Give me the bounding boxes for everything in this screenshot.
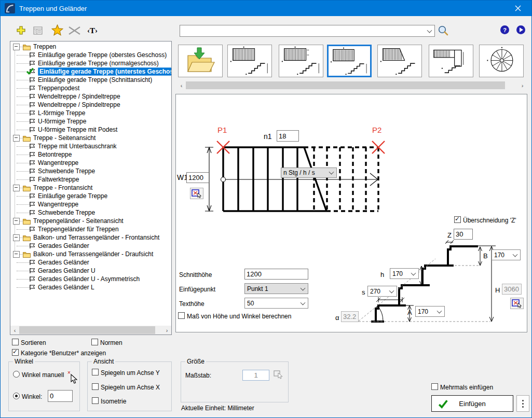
n1-input[interactable] bbox=[277, 130, 299, 142]
kategorie-checkbox[interactable] bbox=[12, 349, 19, 356]
mass-berechnen-label: Maß von Höhe und Winkel berechnen bbox=[187, 313, 291, 320]
scrollbar-thumb[interactable] bbox=[19, 326, 155, 334]
mehrmals-checkbox[interactable] bbox=[431, 383, 438, 390]
delete-button[interactable] bbox=[68, 26, 81, 35]
thumbnail-open-folder[interactable] bbox=[178, 45, 223, 77]
tree-folder[interactable]: Treppe - Seitenansicht bbox=[11, 134, 171, 142]
tree-item[interactable]: Einläufige gerade Treppe (normalgeschoss… bbox=[11, 59, 171, 67]
tree-item[interactable]: Betontreppe bbox=[11, 150, 171, 159]
tree-item[interactable]: Gerades Geländer U bbox=[11, 267, 171, 275]
add-icon bbox=[16, 25, 26, 35]
spiegeln-x-label: Spiegeln um Achse X bbox=[101, 384, 160, 391]
step-mode-dropdown[interactable]: n Stg / h / s bbox=[281, 168, 337, 178]
thumbnail-spiral-stair[interactable] bbox=[479, 45, 524, 77]
collapse-icon[interactable] bbox=[13, 135, 20, 142]
w1-pick-button[interactable] bbox=[190, 188, 203, 199]
scroll-right-icon[interactable]: › bbox=[162, 327, 171, 333]
einfuegen-label: Einfügen bbox=[459, 400, 485, 408]
tree-folder[interactable]: Treppengeländer - Seitenansicht bbox=[11, 217, 171, 225]
ueberschneidung-checkbox[interactable] bbox=[454, 216, 461, 223]
tree-folder[interactable]: Balkon- und Terrassengeländer - Frontans… bbox=[11, 233, 171, 242]
tree-item[interactable]: L-förmige Treppe bbox=[11, 109, 171, 117]
collapse-icon[interactable] bbox=[13, 185, 20, 191]
more-options-button[interactable] bbox=[516, 395, 529, 412]
tree-item[interactable]: Treppe mit Unterbauschrank bbox=[11, 142, 171, 150]
scroll-left-icon[interactable]: ‹ bbox=[177, 82, 186, 89]
next-button[interactable] bbox=[516, 25, 525, 34]
tree-folder[interactable]: Treppen bbox=[11, 43, 171, 51]
tree-item[interactable]: Gerades Geländer L bbox=[11, 283, 171, 291]
tree-item[interactable]: Schwebende Treppe bbox=[11, 167, 171, 175]
h-combobox[interactable]: 170 bbox=[390, 268, 419, 279]
help-button[interactable]: ? bbox=[500, 25, 509, 34]
height-input bbox=[502, 284, 522, 295]
collapse-icon[interactable] bbox=[13, 234, 20, 241]
collapse-icon[interactable] bbox=[13, 44, 20, 50]
tree-item[interactable]: Wangentreppe bbox=[11, 200, 171, 208]
gallery-scrollbar[interactable]: ‹ › bbox=[177, 81, 527, 90]
form-button[interactable] bbox=[33, 26, 43, 35]
tree-item[interactable]: Einläufige gerade Treppe bbox=[11, 192, 171, 200]
thumbnail-straight-stair-bottom-floor-selected[interactable] bbox=[327, 45, 372, 77]
texthoehe-combobox[interactable]: 50 bbox=[244, 298, 308, 309]
thumbnail-straight-stair-normal-floor[interactable] bbox=[279, 45, 323, 77]
spiegeln-x-checkbox[interactable] bbox=[92, 383, 99, 390]
close-icon bbox=[515, 5, 521, 11]
collapse-icon[interactable] bbox=[13, 251, 20, 258]
texthoehe-label: Texthöhe bbox=[179, 300, 204, 308]
winkel-radio[interactable] bbox=[13, 393, 20, 399]
tree-item[interactable]: U-förmige Treppe bbox=[11, 117, 171, 126]
collapse-icon[interactable] bbox=[13, 218, 20, 225]
thumbnail-l-shaped-stair[interactable] bbox=[429, 45, 473, 77]
tree-folder[interactable]: Balkon- und Terrassengeländer - Draufsic… bbox=[11, 250, 171, 258]
tree-item[interactable]: Gerades Geländer bbox=[11, 242, 171, 250]
tree-horizontal-scrollbar[interactable]: ‹ › bbox=[10, 326, 171, 335]
tree-item[interactable]: Treppenpodest bbox=[11, 84, 171, 92]
thumbnail-straight-stair-section[interactable] bbox=[377, 45, 422, 77]
titlebar[interactable]: Treppen und Geländer bbox=[1, 1, 531, 16]
sortieren-checkbox[interactable] bbox=[12, 339, 19, 345]
tree-item-selected[interactable]: Einläufige gerade Treppe (unterstes Gesc… bbox=[11, 67, 171, 76]
search-button[interactable] bbox=[438, 25, 449, 36]
einfuegepunkt-dropdown[interactable]: Punkt 1 bbox=[244, 283, 308, 294]
tree-folder[interactable]: Treppe - Frontansicht bbox=[11, 184, 171, 192]
scroll-right-icon[interactable]: › bbox=[518, 82, 527, 89]
winkel-manuell-radio[interactable] bbox=[13, 371, 20, 378]
thumbnail-straight-stair-top-floor[interactable] bbox=[227, 45, 272, 77]
s-combobox[interactable]: 270 bbox=[367, 286, 397, 297]
w1-input[interactable] bbox=[186, 172, 209, 183]
scroll-left-icon[interactable]: ‹ bbox=[10, 327, 19, 333]
spiegeln-y-checkbox[interactable] bbox=[92, 369, 99, 375]
schnitthoehe-input[interactable] bbox=[244, 269, 308, 280]
normen-checkbox[interactable] bbox=[91, 339, 98, 345]
tree-item[interactable]: Wangentreppe bbox=[11, 159, 171, 167]
height-pick-button[interactable] bbox=[510, 298, 524, 309]
scrollbar-thumb[interactable] bbox=[186, 81, 505, 89]
search-icon bbox=[438, 25, 449, 36]
z-input[interactable] bbox=[454, 229, 473, 240]
tree-item[interactable]: Wendeltreppe / Spindeltreppe bbox=[11, 92, 171, 101]
tree-item[interactable]: Schwebende Treppe bbox=[11, 208, 171, 217]
tree-item[interactable]: Einläufige gerade Treppe (oberstes Gesch… bbox=[11, 51, 171, 59]
tree-item[interactable]: Faltwerktreppe bbox=[11, 175, 171, 184]
search-combobox[interactable] bbox=[180, 25, 435, 37]
einfuegen-button[interactable]: Einfügen bbox=[431, 395, 513, 412]
tree-item[interactable]: Gerades Geländer U - Asymmetrisch bbox=[11, 275, 171, 283]
mass-berechnen-checkbox[interactable] bbox=[178, 312, 185, 319]
tree-item[interactable]: Einläufige gerade Treppe (Schnittansicht… bbox=[11, 76, 171, 84]
text-tool-button[interactable]: ‹T› bbox=[87, 26, 98, 35]
chevron-down-icon bbox=[329, 170, 334, 175]
add-button[interactable] bbox=[16, 25, 26, 35]
winkel-input[interactable] bbox=[48, 390, 73, 402]
tree-item[interactable]: U-förmige Treppe mit Podest bbox=[11, 126, 171, 134]
tree-item[interactable]: Treppengeländer für Treppen bbox=[11, 225, 171, 233]
tree-item[interactable]: Wendeltreppe / Spindeltreppe bbox=[11, 101, 171, 109]
a-combobox[interactable]: 170 bbox=[415, 306, 445, 317]
favorite-button[interactable] bbox=[51, 24, 63, 36]
massstab-input bbox=[242, 370, 269, 381]
isometrie-checkbox[interactable] bbox=[92, 397, 99, 404]
chevron-down-icon[interactable] bbox=[427, 27, 432, 33]
b-combobox[interactable]: 170 bbox=[492, 249, 521, 260]
close-button[interactable] bbox=[508, 1, 528, 16]
tree-item[interactable]: Gerades Geländer bbox=[11, 258, 171, 267]
